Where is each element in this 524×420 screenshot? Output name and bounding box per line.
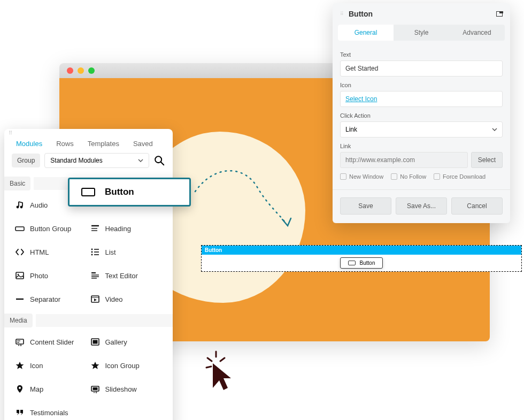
module-item-text-editor[interactable]: Text Editor [90,269,163,282]
svg-point-33 [94,392,95,393]
drop-zone-pill: Button [340,257,383,269]
panel-grip[interactable]: ⠿ [4,129,173,136]
module-item-label: Icon [30,362,43,370]
module-item-label: Map [30,385,43,393]
media-modules-grid: Content SliderGalleryIconIcon GroupMapSl… [4,327,173,420]
drag-ghost-button[interactable]: Button [68,178,191,207]
module-item-separator[interactable]: Separator [15,292,87,306]
heading-icon [90,224,100,233]
module-item-label: HTML [30,248,49,256]
window-max-icon[interactable] [88,67,95,74]
field-label-icon: Icon [340,82,503,88]
check-force-download[interactable]: Force Download [434,173,486,180]
module-item-content-slider[interactable]: Content Slider [15,335,87,349]
modules-panel: ⠿ Modules Rows Templates Saved Group Sta… [4,129,173,420]
panel-grip[interactable]: ⠿ [340,11,344,17]
module-item-label: Testimonials [30,409,68,417]
svg-point-27 [20,345,21,346]
module-item-label: Video [105,295,123,303]
link-url-input[interactable] [340,152,468,168]
select-icon-link[interactable]: Select Icon [345,95,377,103]
section-title: Media [4,314,33,327]
module-item-icon[interactable]: Icon [15,358,87,372]
save-button[interactable]: Save [340,197,391,215]
settings-tabs: General Style Advanced [338,25,505,41]
cancel-button[interactable]: Cancel [451,197,503,215]
checkbox-icon [340,173,346,180]
chevron-down-icon [138,159,143,162]
module-item-photo[interactable]: Photo [15,269,87,282]
svg-point-3 [20,206,23,209]
svg-rect-14 [16,272,24,279]
slideshow-icon [90,384,100,394]
field-label-link: Link [340,143,503,149]
tab-rows[interactable]: Rows [56,140,74,148]
icon-select[interactable]: Select Icon [340,91,503,107]
module-item-label: Icon Group [105,362,140,370]
checkbox-icon [391,173,397,180]
icon-icon [15,361,25,370]
module-item-label: Content Slider [30,338,74,346]
modules-filter-row: Group Standard Modules [4,153,173,173]
section-title: Basic [4,177,30,190]
content-slider-icon [15,337,25,347]
window-min-icon[interactable] [78,67,84,74]
svg-point-8 [91,249,93,250]
button-icon [348,261,356,265]
module-item-button-group[interactable]: Button Group [15,222,87,235]
tab-style[interactable]: Style [394,25,449,41]
window-close-icon[interactable] [67,67,73,74]
drop-pill-label: Button [360,260,375,266]
modules-group-select[interactable]: Standard Modules [44,153,149,168]
module-item-list[interactable]: List [90,245,163,259]
module-item-label: Photo [30,272,48,280]
svg-point-15 [18,274,19,276]
tab-general[interactable]: General [338,25,394,41]
module-item-label: Gallery [105,338,127,346]
module-item-label: Text Editor [105,272,138,280]
module-item-label: Slideshow [105,385,137,393]
tab-advanced[interactable]: Advanced [449,25,505,41]
click-action-select[interactable]: Link [340,121,503,138]
svg-rect-29 [93,340,97,344]
map-icon [15,384,25,394]
save-as-button[interactable]: Save As... [396,197,447,215]
text-input[interactable] [340,60,503,77]
modules-select-value: Standard Modules [50,157,102,164]
svg-line-36 [207,358,212,361]
module-item-video[interactable]: Video [90,292,163,306]
module-item-slideshow[interactable]: Slideshow [90,382,163,396]
chevron-down-icon [492,128,497,131]
list-icon [90,247,100,257]
tab-saved[interactable]: Saved [133,140,153,148]
module-item-label: Audio [30,201,48,209]
settings-title: Button [349,10,373,18]
check-new-window[interactable]: New Window [340,173,383,180]
module-item-gallery[interactable]: Gallery [90,335,163,349]
button-icon [81,188,95,196]
field-label-text: Text [340,51,503,58]
svg-line-38 [206,366,211,368]
svg-point-34 [96,392,97,393]
module-item-icon-group[interactable]: Icon Group [90,358,163,372]
modules-tabs: Modules Rows Templates Saved [4,136,173,153]
tab-templates[interactable]: Templates [88,140,119,148]
svg-line-37 [220,358,225,361]
module-item-label: Heading [105,225,131,233]
check-no-follow[interactable]: No Follow [391,173,426,180]
popout-icon[interactable] [496,11,503,17]
module-item-map[interactable]: Map [15,382,87,396]
canvas-drop-zone[interactable]: Button Button [201,245,522,272]
module-item-heading[interactable]: Heading [90,222,163,235]
module-item-label: Button Group [30,225,71,233]
svg-point-2 [17,206,19,209]
testimonials-icon [15,408,25,417]
tab-modules[interactable]: Modules [16,140,42,148]
link-select-button[interactable]: Select [471,152,503,168]
module-item-testimonials[interactable]: Testimonials [15,406,87,419]
drop-zone-header: Button [202,246,521,255]
search-icon[interactable] [153,155,165,166]
section-heading-media: Media [4,314,173,327]
link-options: New Window No Follow Force Download [340,173,503,180]
module-item-html[interactable]: HTML [15,245,87,259]
